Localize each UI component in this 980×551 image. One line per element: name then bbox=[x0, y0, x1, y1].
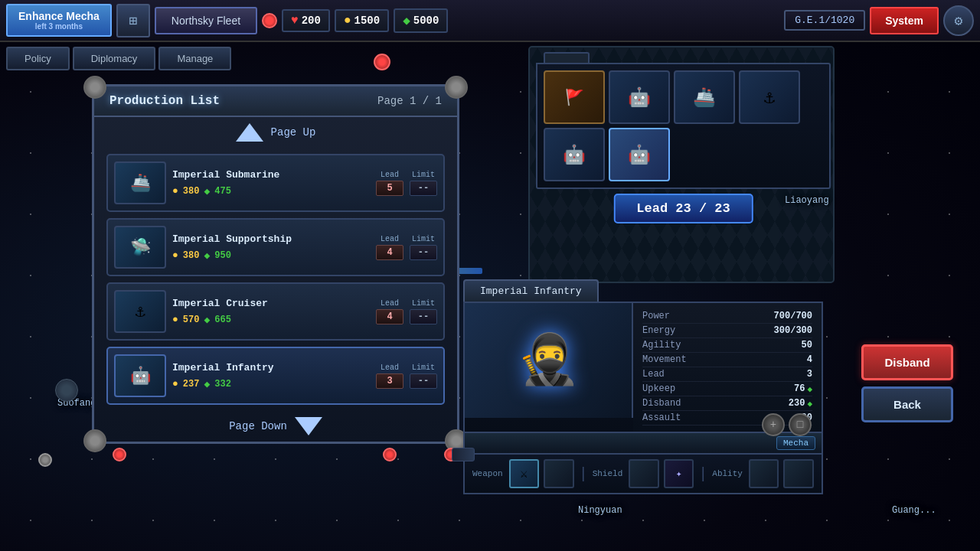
unit-portrait-supportship: 🛸 bbox=[114, 226, 166, 269]
small-circle-btn-2[interactable]: □ bbox=[789, 413, 812, 436]
fleet-unit-cruiser[interactable]: ⚓ bbox=[739, 70, 800, 124]
shield-label: Shield bbox=[593, 469, 623, 478]
unit-name-cruiser: Imperial Cruiser bbox=[172, 298, 370, 309]
gold-icon: ● bbox=[172, 185, 178, 197]
triangle-down-icon bbox=[295, 417, 322, 435]
upkeep-icon: ◆ bbox=[807, 384, 812, 394]
moon-decoration bbox=[55, 379, 78, 402]
resource-cost-submarine: 475 bbox=[214, 186, 231, 197]
limit-box-infantry: Limit -- bbox=[410, 364, 437, 389]
resource-cost-supportship: 950 bbox=[214, 250, 231, 261]
gold-cost-supportship: 380 bbox=[183, 250, 200, 261]
submarine-icon: 🚢 bbox=[130, 173, 151, 194]
resource-value: 5000 bbox=[413, 15, 439, 27]
unit-bottom-bar: Mecha bbox=[463, 433, 823, 455]
production-list-panel: Production List Page 1 / 1 Page Up 🚢 Imp… bbox=[92, 84, 459, 444]
fleet-unit-infantry1[interactable]: 🤖 bbox=[544, 128, 605, 181]
fleet-unit-ship[interactable]: 🚢 bbox=[674, 70, 735, 124]
fleet-unit-mech[interactable]: 🤖 bbox=[609, 70, 670, 124]
corner-deco-tl bbox=[83, 76, 106, 99]
weapon-slot-2[interactable] bbox=[544, 459, 574, 488]
action-buttons: Disband Back bbox=[861, 344, 953, 422]
fleet-unit-flag[interactable]: 🚩 bbox=[544, 70, 605, 124]
unit-portrait-infantry: 🤖 bbox=[114, 354, 166, 397]
system-label: System bbox=[885, 15, 923, 27]
stat-row-disband: Disband 230 ◆ bbox=[642, 396, 812, 411]
fleet-grid-container: 🚩 🤖 🚢 ⚓ 🤖 🤖 bbox=[536, 63, 831, 189]
unit-stats-area: Power 700/700 Energy 300/300 Agility 50 … bbox=[633, 303, 822, 432]
unit-sprite: 🥷 bbox=[518, 331, 579, 390]
lead-box-infantry: Lead 3 bbox=[376, 364, 403, 389]
limit-box-submarine: Limit -- bbox=[410, 171, 437, 196]
nav-icon-button[interactable]: ⊞ bbox=[116, 4, 150, 37]
unit-info-infantry: Imperial Infantry ● 237 ◆ 332 bbox=[172, 362, 370, 390]
city-guang: Guang... bbox=[892, 505, 936, 516]
infantry-selected-icon: 🤖 bbox=[628, 144, 651, 166]
enhance-mecha-button[interactable]: Enhance Mecha left 3 months bbox=[6, 4, 112, 37]
page-up-label: Page Up bbox=[271, 126, 316, 139]
lead-badge: Lead 23 / 23 bbox=[613, 194, 753, 223]
triangle-up-icon bbox=[236, 123, 263, 142]
stat-row-agility: Agility 50 bbox=[642, 338, 812, 353]
table-row[interactable]: 🛸 Imperial Supportship ● 380 ◆ 950 Lead … bbox=[106, 218, 445, 276]
fleet-row-1: 🚩 🤖 🚢 ⚓ bbox=[544, 70, 823, 124]
fleet-button[interactable]: Northsky Fleet bbox=[155, 7, 257, 34]
resource-cost-cruiser: 665 bbox=[214, 315, 231, 325]
top-bar: Enhance Mecha left 3 months ⊞ Northsky F… bbox=[0, 0, 980, 42]
fleet-unit-infantry-selected[interactable]: 🤖 bbox=[609, 128, 670, 181]
page-down-button[interactable]: Page Down bbox=[94, 411, 457, 442]
stat-row-energy: Energy 300/300 bbox=[642, 324, 812, 338]
manage-button[interactable]: Manage bbox=[158, 47, 231, 70]
lead-value-infantry: 3 bbox=[376, 373, 403, 389]
resource-icon: ◆ bbox=[204, 185, 210, 197]
resource-icon: ◆ bbox=[204, 378, 210, 390]
back-label: Back bbox=[893, 398, 921, 411]
table-row[interactable]: 🚢 Imperial Submarine ● 380 ◆ 475 Lead 5 … bbox=[106, 154, 445, 212]
ability-slot-1[interactable] bbox=[749, 459, 779, 488]
disband-label: Disband bbox=[884, 356, 929, 369]
disband-value: 230 bbox=[789, 398, 805, 409]
unit-tab-label: Imperial Infantry bbox=[463, 279, 599, 302]
weapon-slot-1[interactable]: ⚔ bbox=[509, 459, 540, 488]
unit-info-submarine: Imperial Submarine ● 380 ◆ 475 bbox=[172, 169, 370, 197]
policy-button[interactable]: Policy bbox=[6, 47, 70, 70]
red-indicator-icon bbox=[262, 13, 277, 28]
hp-stat: ♥ 200 bbox=[282, 9, 330, 32]
panel-bottom-bar-deco bbox=[452, 448, 475, 461]
gold-stat: ● 1500 bbox=[335, 9, 389, 32]
fleet-panel-tab bbox=[544, 52, 590, 63]
page-up-button[interactable]: Page Up bbox=[94, 117, 457, 148]
panel-page: Page 1 / 1 bbox=[377, 95, 442, 107]
back-button[interactable]: Back bbox=[861, 386, 953, 422]
diplomacy-button[interactable]: Diplomacy bbox=[73, 47, 156, 70]
lead-stat-value: 3 bbox=[807, 369, 812, 380]
power-value: 700/700 bbox=[774, 311, 812, 321]
city-liaoyang: Liaoyang bbox=[785, 195, 829, 206]
table-row[interactable]: ⚓ Imperial Cruiser ● 570 ◆ 665 Lead 4 Li… bbox=[106, 282, 445, 341]
ability-label: Ablity bbox=[712, 469, 743, 478]
unit-name-infantry: Imperial Infantry bbox=[172, 362, 370, 373]
disband-button[interactable]: Disband bbox=[861, 344, 953, 380]
panel-corner-dot-bl bbox=[113, 448, 126, 461]
divider-1: | bbox=[579, 465, 588, 483]
unit-name-supportship: Imperial Supportship bbox=[172, 233, 370, 245]
settings-button[interactable]: ⚙ bbox=[943, 5, 974, 36]
shield-icon: ✦ bbox=[676, 468, 682, 480]
system-button[interactable]: System bbox=[870, 7, 939, 34]
unit-tab: Imperial Infantry bbox=[463, 279, 599, 302]
gold-cost-infantry: 237 bbox=[183, 379, 200, 390]
page-down-label: Page Down bbox=[229, 420, 287, 432]
shield-slot-2[interactable]: ✦ bbox=[664, 459, 694, 488]
limit-value-submarine: -- bbox=[410, 181, 437, 196]
unit-costs-submarine: ● 380 ◆ 475 bbox=[172, 185, 370, 197]
small-circle-btn-1[interactable]: + bbox=[762, 413, 785, 436]
unit-costs-supportship: ● 380 ◆ 950 bbox=[172, 249, 370, 262]
lead-value-supportship: 4 bbox=[376, 245, 403, 260]
table-row[interactable]: 🤖 Imperial Infantry ● 237 ◆ 332 Lead 3 L… bbox=[106, 347, 445, 405]
sub-navigation: Policy Diplomacy Manage bbox=[0, 42, 237, 75]
heart-icon: ♥ bbox=[291, 14, 299, 28]
unit-info-supportship: Imperial Supportship ● 380 ◆ 950 bbox=[172, 233, 370, 262]
stat-row-lead: Lead 3 bbox=[642, 367, 812, 382]
shield-slot-1[interactable] bbox=[629, 459, 659, 488]
ability-slot-2[interactable] bbox=[783, 459, 814, 488]
